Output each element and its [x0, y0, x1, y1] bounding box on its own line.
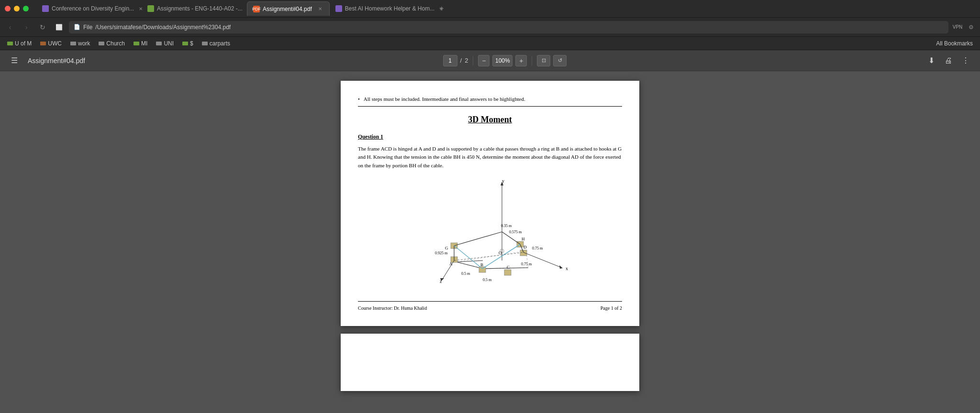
tab-homework[interactable]: Best AI Homework Helper & Hom... ✕	[330, 1, 435, 16]
bookmark-uofm[interactable]: U of M	[4, 39, 35, 48]
tab-favicon-3: PDF	[253, 6, 260, 12]
diagram-area: y x z	[358, 177, 622, 292]
dim-05-bottom: 0.5 m	[483, 278, 492, 282]
download-button[interactable]: ⬇	[924, 54, 938, 67]
bullet-dot: •	[358, 95, 360, 103]
vpn-icon: VPN	[952, 22, 963, 33]
bookmark-icon-church	[99, 42, 104, 45]
point-g-label: G	[445, 246, 448, 250]
footer-page: Page 1 of 2	[601, 304, 622, 312]
bookmark-label-church: Church	[106, 40, 125, 47]
pdf-page-2-stub	[341, 334, 639, 391]
bookmark-icon-uwc	[40, 42, 46, 45]
tab-label-4: Best AI Homework Helper & Hom...	[345, 5, 434, 12]
zoom-out-button[interactable]: −	[478, 55, 490, 66]
3d-diagram: y x z	[409, 177, 571, 292]
diagonal-ad	[454, 252, 523, 261]
section-divider	[358, 106, 622, 107]
all-bookmarks[interactable]: All Bookmarks	[933, 39, 976, 48]
zoom-input[interactable]	[492, 55, 512, 66]
pdf-toolbar: ☰ Assignment#04.pdf / 2 − + ⊡ ↺ ⬇ 🖨 ⋮	[0, 50, 980, 71]
address-text: /Users/sirnatafese/Downloads/Assignment%…	[95, 24, 231, 31]
pdf-page-1: • All steps must be included. Intermedia…	[341, 81, 639, 326]
page-navigation: / 2 − + ⊡ ↺	[443, 55, 567, 66]
dim-05-left: 0.5 m	[461, 272, 470, 276]
bookmark-label-uwc: UWC	[48, 40, 62, 47]
bracket-c	[504, 270, 511, 275]
bookmark-mi[interactable]: MI	[130, 39, 151, 48]
page-separator: /	[460, 57, 462, 64]
main-title: 3D Moment	[358, 113, 622, 126]
main-content: • All steps must be included. Intermedia…	[0, 71, 980, 413]
reload-button[interactable]: ↻	[36, 21, 49, 33]
zoom-in-button[interactable]: +	[515, 55, 527, 66]
point-h-label: H	[522, 237, 525, 241]
bookmark-icon-carparts	[202, 42, 208, 45]
tab-label-3: Assignment#04.pdf	[263, 6, 312, 12]
footer-instructor: Course Instructor: Dr. Huma Khalid	[358, 304, 427, 312]
bookmark-label-uofm: U of M	[15, 40, 32, 47]
tab-favicon-2	[147, 5, 154, 12]
divider-1	[473, 56, 473, 65]
settings-icon[interactable]: ⚙	[966, 22, 976, 33]
divider-2	[532, 56, 532, 65]
close-button[interactable]	[5, 6, 11, 11]
tab-conference[interactable]: Conference on Diversity Engin... ✕	[36, 1, 142, 16]
tab-close-3[interactable]: ✕	[317, 6, 323, 12]
tab-favicon-1	[42, 5, 49, 12]
bookmark-uwc[interactable]: UWC	[37, 39, 65, 48]
dim-075-bottom: 0.75 m	[521, 262, 532, 266]
bookmark-icon-work	[70, 42, 76, 45]
bookmark-icon-dollar	[182, 42, 188, 45]
frame-top-bar	[454, 232, 502, 246]
bookmark-label-carparts: carparts	[210, 40, 230, 47]
more-options-button[interactable]: ⋮	[959, 54, 972, 67]
x-axis-arrow	[559, 265, 563, 269]
share-button[interactable]: ⬜	[53, 21, 65, 33]
back-button[interactable]: ‹	[4, 21, 16, 33]
question1-body: The frame ACD is hinged at A and D and i…	[358, 145, 622, 170]
footer: Course Instructor: Dr. Huma Khalid Page …	[358, 301, 622, 312]
rotate-button[interactable]: ↺	[553, 55, 567, 66]
titlebar: Conference on Diversity Engin... ✕ Assig…	[0, 0, 980, 18]
bookmark-icon-mi	[134, 42, 139, 45]
bookmark-carparts[interactable]: carparts	[199, 39, 234, 48]
fit-page-button[interactable]: ⊡	[537, 55, 550, 66]
address-bar[interactable]: 📄 File /Users/sirnatafese/Downloads/Assi…	[69, 21, 948, 33]
navbar: ‹ › ↻ ⬜ 📄 File /Users/sirnatafese/Downlo…	[0, 18, 980, 37]
tab-pdf[interactable]: PDF Assignment#04.pdf ✕	[247, 1, 330, 16]
bookmark-label-uni: UNI	[164, 40, 174, 47]
bookmark-work[interactable]: work	[67, 39, 93, 48]
bookmark-church[interactable]: Church	[95, 39, 128, 48]
bracket-b	[479, 267, 486, 272]
bullet-item-steps: • All steps must be included. Intermedia…	[358, 95, 622, 103]
bookmark-uni[interactable]: UNI	[153, 39, 177, 48]
point-d-label: D	[523, 245, 527, 250]
bookmark-dollar[interactable]: $	[179, 39, 197, 48]
tab-assignments[interactable]: Assignments - ENG-1440-A02 -... ✕	[142, 1, 247, 16]
frame-line-bc	[483, 268, 528, 269]
dim-075-right: 0.75 m	[532, 246, 543, 250]
bookmark-label-mi: MI	[141, 40, 147, 47]
address-prefix: File	[83, 24, 92, 31]
maximize-button[interactable]	[23, 6, 29, 11]
tab-label-2: Assignments - ENG-1440-A02 -...	[157, 5, 243, 12]
window-controls	[5, 6, 29, 11]
minimize-button[interactable]	[14, 6, 20, 11]
tab-label-1: Conference on Diversity Engin...	[52, 5, 134, 12]
tabs-bar: Conference on Diversity Engin... ✕ Assig…	[36, 0, 975, 18]
forward-button[interactable]: ›	[20, 21, 33, 33]
print-button[interactable]: 🖨	[942, 54, 955, 67]
pdf-menu-button[interactable]: ☰	[8, 54, 21, 67]
bookmarks-bar: U of M UWC work Church MI UNI $ carparts…	[0, 37, 980, 50]
bookmark-icon-uni	[156, 42, 162, 45]
question1-title: Question 1	[358, 133, 622, 141]
tab-close-4[interactable]: ✕	[439, 5, 443, 12]
total-pages: 2	[465, 57, 468, 64]
frame-base-back	[457, 251, 528, 269]
axis-x-label: x	[566, 266, 568, 271]
bookmark-label-dollar: $	[190, 40, 193, 47]
bookmark-label-work: work	[78, 40, 90, 47]
dim-0575: 0.575 m	[509, 230, 522, 234]
current-page-input[interactable]	[443, 55, 457, 66]
